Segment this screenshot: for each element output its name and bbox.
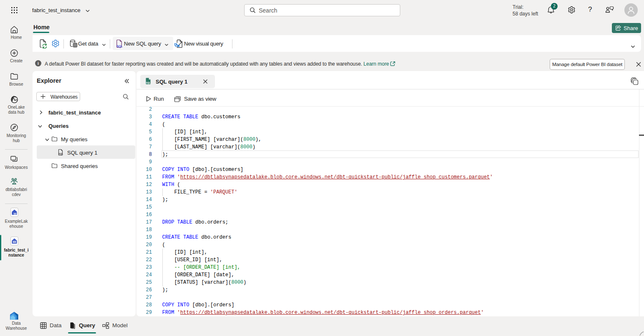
svg-text:SQL: SQL — [116, 45, 123, 48]
svg-text:SQL: SQL — [59, 153, 63, 155]
svg-text:SQL: SQL — [146, 81, 151, 84]
